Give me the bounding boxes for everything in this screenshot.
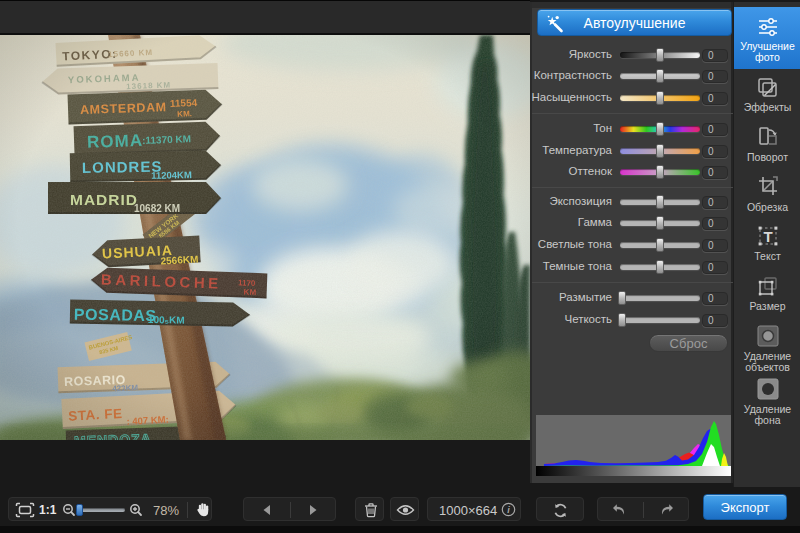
- svg-text:i: i: [507, 505, 510, 515]
- svg-text:T: T: [763, 228, 772, 245]
